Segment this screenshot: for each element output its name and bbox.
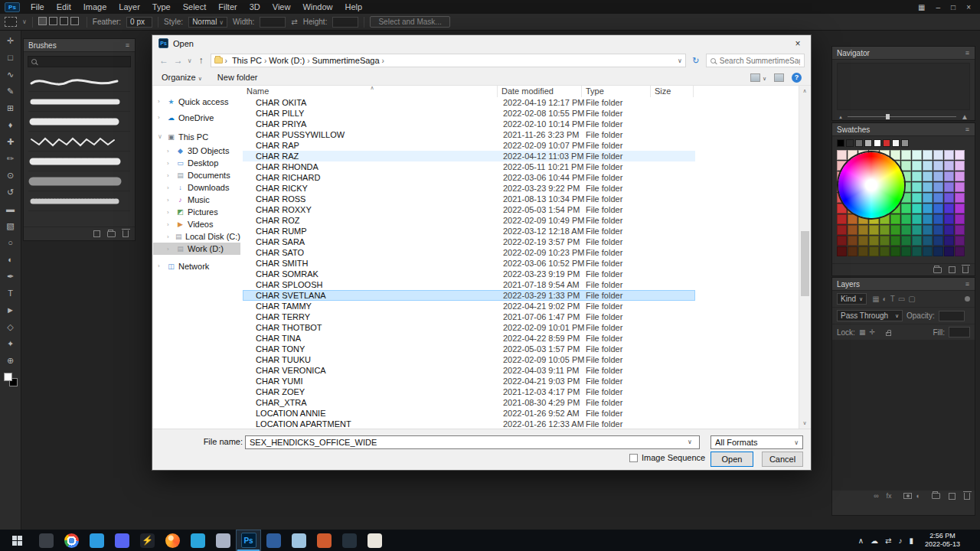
color-wheel[interactable] [838,152,904,218]
swatch-cell[interactable] [912,161,922,171]
sidebar-item-videos[interactable]: ›▶Videos [153,218,240,230]
blur-tool[interactable]: ○ [4,236,18,249]
swap-dimensions-icon[interactable]: ⇄ [291,18,297,26]
sidebar-item-network[interactable]: ›◫Network [153,258,240,274]
clock[interactable]: 2:56 PM 2022-05-13 [920,532,965,549]
scroll-down-icon[interactable]: ∨ [799,418,810,429]
new-brush-icon[interactable] [93,230,100,237]
up-button[interactable]: ↑ [196,55,207,66]
chevron-right-icon[interactable]: › [167,197,173,204]
chevron-right-icon[interactable]: › [167,246,173,253]
swatch-cell[interactable] [933,193,943,203]
layer-filter-icon[interactable]: ▦ [872,295,879,303]
swatch-cell[interactable] [955,246,965,256]
swatch-cell[interactable] [933,204,943,214]
menu-edit[interactable]: Edit [51,0,77,14]
swatch-cell[interactable] [923,193,933,203]
swatch-cell[interactable] [858,236,868,246]
chevron-right-icon[interactable]: › [167,184,173,191]
fill-input[interactable] [949,327,970,337]
menu-help[interactable]: Help [339,0,369,14]
swatch-cell[interactable] [933,161,943,171]
app-orange[interactable] [312,530,337,551]
brush-preset-texture[interactable] [28,112,130,132]
swatch-quick-0[interactable] [837,139,844,147]
swatch-quick-3[interactable] [864,139,872,147]
swatch-cell[interactable] [944,171,954,181]
discord[interactable] [109,530,135,551]
gradient-tool[interactable]: ▧ [4,220,18,232]
chevron-right-icon[interactable]: › [167,221,173,228]
image-sequence-checkbox[interactable] [629,454,638,462]
column-header-size[interactable]: Size [651,86,694,97]
address-dropdown-icon[interactable]: ∨ [678,57,682,64]
sidebar-item-local-disk-c-[interactable]: ›▤Local Disk (C:) [153,230,240,243]
swatch-cell[interactable] [880,246,890,256]
file-row[interactable]: CHAR SATO2022-02-09 10:23 PMFile folder [243,247,695,258]
cancel-button[interactable]: Cancel [762,452,803,467]
swatch-cell[interactable] [923,236,933,246]
steam[interactable] [211,530,236,551]
swatch-cell[interactable] [944,214,954,224]
sidebar-item-3d-objects[interactable]: ›◆3D Objects [153,145,240,157]
pinned-app-dark[interactable] [34,530,59,551]
file-row[interactable]: CHAR RAP2022-02-09 10:07 PMFile folder [243,140,695,151]
swatch-cell[interactable] [923,182,933,192]
swatch-cell[interactable] [848,236,858,246]
swatch-cell[interactable] [837,236,847,246]
zoom-out-icon[interactable]: ▲ [838,115,843,119]
menu-layer[interactable]: Layer [113,0,146,14]
swatch-cell[interactable] [933,182,943,192]
width-input[interactable] [260,17,286,28]
tray-icon[interactable]: ☁ [871,536,878,545]
delete-layer-icon[interactable] [964,493,970,500]
zoom-in-icon[interactable]: ▲ [961,112,969,121]
swatch-cell[interactable] [837,214,847,224]
new-swatch-group-icon[interactable] [933,267,942,273]
file-row[interactable]: CHAR SVETLANA2022-03-29 1:33 PMFile fold… [243,290,695,301]
swatch-cell[interactable] [955,236,965,246]
sidebar-item-quick-access[interactable]: ›★Quick access [153,93,240,109]
preview-pane-icon[interactable] [774,73,784,82]
swatch-cell[interactable] [944,246,954,256]
swatch-cell[interactable] [890,236,900,246]
swatch-cell[interactable] [955,171,965,181]
swatch-cell[interactable] [901,236,911,246]
swatch-cell[interactable] [955,225,965,235]
menu-window[interactable]: Window [296,0,338,14]
sidebar-item-pictures[interactable]: ›◩Pictures [153,206,240,218]
explorer[interactable] [286,530,312,551]
swatch-cell[interactable] [901,214,911,224]
file-row[interactable]: CHAR OKITA2022-04-19 12:17 PMFile folder [243,97,695,108]
menu-image[interactable]: Image [77,0,113,14]
swatch-cell[interactable] [890,246,900,256]
swatch-cell[interactable] [901,150,911,160]
organize-button[interactable]: Organize ∨ [162,73,202,82]
swatch-cell[interactable] [933,225,943,235]
layer-effects-icon[interactable]: fx [887,492,892,500]
file-row[interactable]: CHAR PUSSYWILLOW2021-11-26 3:23 PMFile f… [243,129,695,140]
brush-preset-soft[interactable] [28,171,130,191]
swatch-cell[interactable] [869,225,879,235]
swatch-cell[interactable] [955,214,965,224]
swatch-cell[interactable] [912,246,922,256]
delete-brush-icon[interactable] [122,230,129,237]
brush-preset-rough[interactable] [28,152,130,171]
file-row[interactable]: CHAR ZOEY2021-12-03 4:17 PMFile folder [243,386,695,397]
opacity-input[interactable] [939,311,965,321]
file-row[interactable]: CHAR RHONDA2022-05-11 10:21 PMFile folde… [243,161,695,172]
file-name-input[interactable] [245,435,700,449]
chevron-right-icon[interactable]: › [167,172,173,179]
lock-transparency-icon[interactable]: ▦ [859,328,866,336]
search-input[interactable] [720,57,800,65]
edge[interactable] [84,530,109,551]
swatch-cell[interactable] [890,225,900,235]
file-row[interactable]: CHAR SARA2022-02-19 3:57 PMFile folder [243,236,695,247]
open-button[interactable]: Open [710,452,753,467]
file-row[interactable]: CHAR SMITH2022-03-06 10:52 PMFile folder [243,258,695,269]
marquee-tool[interactable]: □ [4,51,18,64]
menu-type[interactable]: Type [146,0,177,14]
swatch-cell[interactable] [923,225,933,235]
swatch-cell[interactable] [912,193,922,203]
tray-chevron-icon[interactable]: ∧ [858,536,864,545]
